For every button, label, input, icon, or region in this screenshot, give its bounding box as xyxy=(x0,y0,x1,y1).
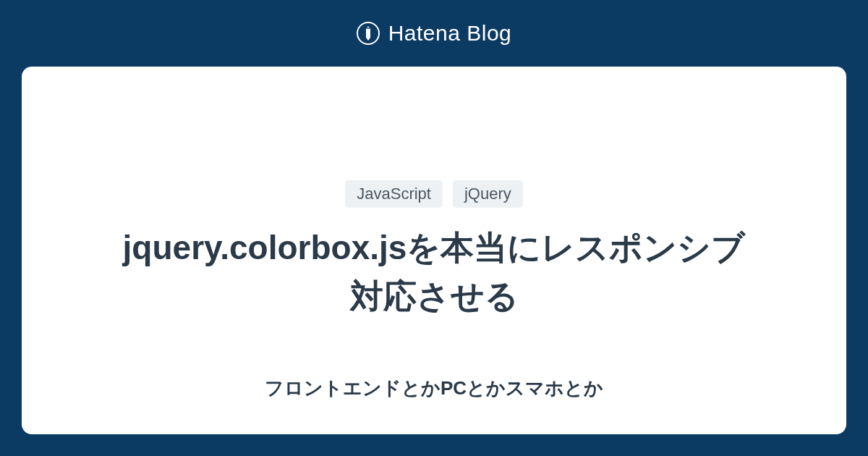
tag-item[interactable]: jQuery xyxy=(453,180,523,208)
tag-item[interactable]: JavaScript xyxy=(345,180,443,208)
site-header: Hatena Blog xyxy=(0,0,868,67)
brand-name: Hatena Blog xyxy=(388,21,512,46)
article-card: JavaScript jQuery jquery.colorbox.jsを本当に… xyxy=(22,67,846,434)
tag-list: JavaScript jQuery xyxy=(345,180,523,208)
hatena-logo-icon xyxy=(357,22,380,45)
blog-name: フロントエンドとかPCとかスマホとか xyxy=(265,376,603,401)
article-title: jquery.colorbox.jsを本当にレスポンシブ対応させる xyxy=(109,224,760,320)
